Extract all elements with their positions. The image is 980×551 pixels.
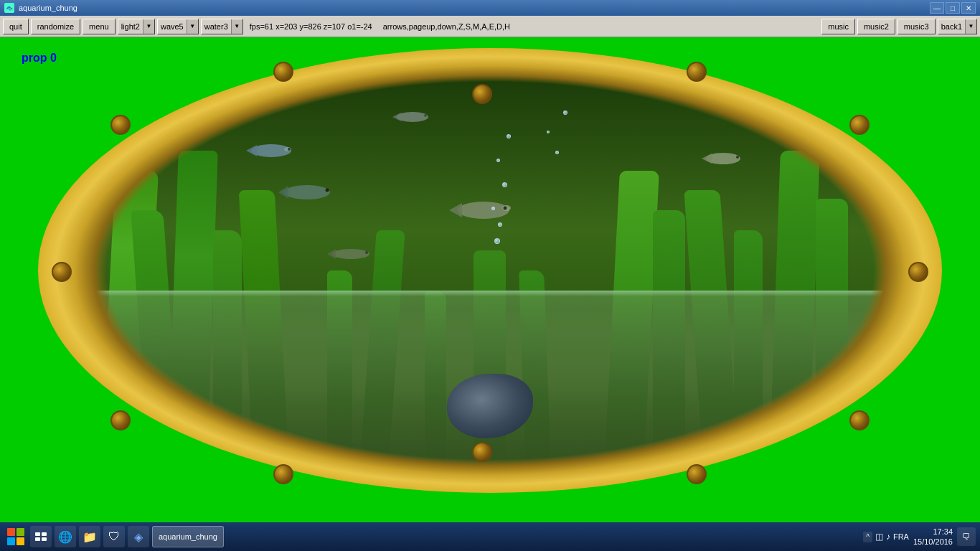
bolt-bottom [472,442,492,462]
windows-logo-blue [7,537,15,545]
porthole-container [38,48,942,493]
language-button[interactable]: FRA [893,532,909,541]
clock[interactable]: 17:34 15/10/2016 [913,527,953,547]
light-dropdown[interactable]: light2 ▼ [118,19,155,34]
back-value: back1 [938,22,965,31]
clock-date: 15/10/2016 [913,537,953,547]
menu-button[interactable]: menu [83,19,116,34]
app-icon: 🐟 [4,3,14,13]
wave-dropdown-arrow[interactable]: ▼ [187,19,198,34]
keys-hint: arrows,pageup,down,Z,S,M,A,E,D,H [379,22,514,31]
active-app-button[interactable]: aquarium_chung [152,526,224,547]
explorer-button[interactable]: 🌐 [55,526,76,547]
bolt-bottomleft2 [273,464,293,484]
back-dropdown-arrow[interactable]: ▼ [965,19,976,34]
light-dropdown-arrow[interactable]: ▼ [143,19,154,34]
bolt-topleft2 [273,62,293,82]
bolt-left [52,262,72,282]
volume-icon[interactable]: ♪ [886,532,890,542]
maximize-button[interactable]: □ [946,2,960,14]
fps-status: fps=61 x=203 y=826 z=107 o1=-24 [245,22,377,31]
window-title: aquarium_chung [19,4,77,12]
title-bar-left: 🐟 aquarium_chung [4,3,77,13]
bolt-right [908,262,928,282]
bolt-bottomleft1 [110,410,131,430]
notification-button[interactable]: 🗨 [957,527,976,546]
water-dropdown[interactable]: water3 ▼ [201,19,243,34]
windows-logo-red [7,528,15,536]
water-value: water3 [202,22,231,31]
bolt-top [472,84,492,104]
bolt-topright2 [687,62,707,82]
water-dropdown-arrow[interactable]: ▼ [231,19,242,34]
prop-label: prop 0 [22,52,57,65]
task-view-button[interactable] [30,526,52,547]
taskbar: 🌐 📁 🛡 ◈ aquarium_chung ^ ◫ ♪ FRA 17:34 1… [0,522,980,551]
toolbar: quit randomize menu light2 ▼ wave5 ▼ wat… [0,16,980,37]
language-label: FRA [893,532,909,541]
network-icon[interactable]: ◫ [875,532,883,542]
title-bar-controls: — □ ✕ [930,2,976,14]
light-value: light2 [118,22,143,31]
wave-dropdown[interactable]: wave5 ▼ [157,19,199,34]
system-tray: ^ ◫ ♪ FRA [863,532,909,542]
wave-value: wave5 [158,22,187,31]
minimize-button[interactable]: — [930,2,944,14]
title-bar: 🐟 aquarium_chung — □ ✕ [0,0,980,16]
svg-rect-21 [42,532,47,536]
svg-rect-23 [42,537,47,541]
start-button[interactable] [4,525,27,548]
bolt-topleft1 [110,115,131,135]
windows-defender-button[interactable]: 🛡 [103,526,125,547]
back-dropdown[interactable]: back1 ▼ [938,19,977,34]
file-manager-button[interactable]: 📁 [79,526,100,547]
notification-icon: 🗨 [962,532,971,542]
active-app-label: aquarium_chung [159,532,217,541]
clock-time: 17:34 [913,527,953,537]
tray-expand-button[interactable]: ^ [863,532,872,542]
windows-logo-yellow [17,537,24,545]
porthole-border [38,48,942,493]
bolt-topright1 [849,115,870,135]
music-button[interactable]: music [821,19,855,34]
svg-rect-22 [35,537,40,541]
main-content: prop 0 [0,37,980,522]
windows-logo-icon [7,528,24,545]
quit-button[interactable]: quit [3,19,29,34]
music2-button[interactable]: music2 [857,19,895,34]
svg-rect-20 [35,532,40,536]
game-button[interactable]: ◈ [128,526,149,547]
taskbar-right: ^ ◫ ♪ FRA 17:34 15/10/2016 🗨 [863,527,976,547]
music3-button[interactable]: music3 [897,19,936,34]
close-button[interactable]: ✕ [961,2,976,14]
randomize-button[interactable]: randomize [31,19,80,34]
windows-logo-green [17,528,24,536]
bolt-bottomright2 [687,464,707,484]
